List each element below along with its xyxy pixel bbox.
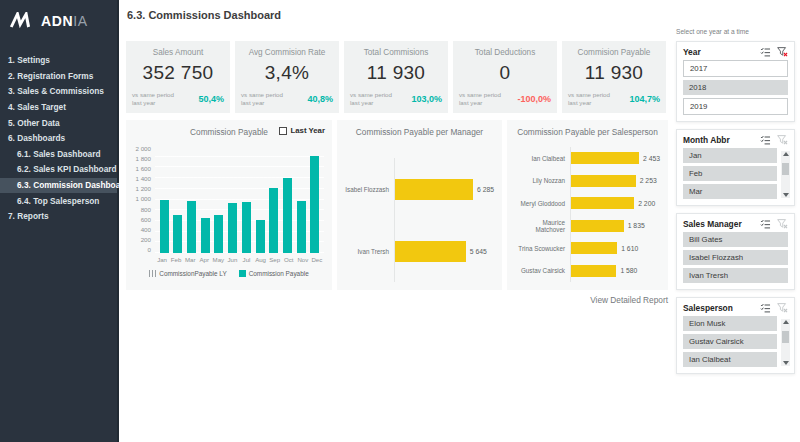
- x-tick-label: Feb: [169, 256, 183, 263]
- y-tick-label: 800: [131, 207, 151, 213]
- bar-lily-nozzan[interactable]: [571, 175, 636, 187]
- slicer-item-ian-clalbeat[interactable]: Ian Clalbeat: [683, 352, 777, 367]
- bar-area: 2 453: [570, 147, 660, 170]
- slicer-item-elon-musk[interactable]: Elon Musk: [683, 316, 777, 331]
- last-year-checkbox[interactable]: Last Year: [279, 126, 325, 135]
- legend-item-commissionpayable-ly[interactable]: CommissionPayable LY: [149, 270, 226, 277]
- kpi-delta-label-line2: last year: [132, 99, 174, 107]
- slicer-item-2017[interactable]: 2017: [683, 60, 788, 77]
- bar-ian-clalbeat[interactable]: [571, 152, 639, 164]
- bar-oct[interactable]: [283, 178, 292, 253]
- y-tick-label: 1 600: [131, 166, 151, 172]
- bar-jun[interactable]: [228, 203, 237, 253]
- multi-select-icon[interactable]: [760, 303, 771, 313]
- kpi-delta-value: -100,0%: [517, 94, 551, 104]
- slicer-item-2019[interactable]: 2019: [683, 98, 788, 115]
- chart-panel-per-manager: Commission Payable per Manager Isabel Fl…: [337, 120, 502, 290]
- slicer-title: Salesperson: [683, 303, 760, 313]
- bar-isabel-flozzash[interactable]: [395, 179, 473, 200]
- kpi-delta-value: 103,0%: [411, 94, 442, 104]
- bar-aug[interactable]: [256, 220, 265, 253]
- multi-select-icon[interactable]: [760, 219, 771, 229]
- bar-category-label: Lily Nozzan: [512, 177, 570, 184]
- bar-meryl-gloddood[interactable]: [571, 197, 634, 209]
- sidebar-item-5-other-data[interactable]: 5. Other Data: [0, 115, 117, 131]
- bar-category-label: Ivan Trersh: [342, 248, 394, 255]
- multi-select-icon[interactable]: [760, 135, 771, 145]
- bar-maurice-matchover[interactable]: [571, 220, 624, 232]
- legend-item-commission-payable[interactable]: Commission Payable: [239, 270, 309, 277]
- sidebar-item-3-sales-commissions[interactable]: 3. Sales & Commissions: [0, 84, 117, 100]
- kpi-delta-label: vs same periodlast year: [241, 91, 283, 106]
- slicer-item-jan[interactable]: Jan: [683, 148, 777, 163]
- bar-category-label: Ian Clalbeat: [512, 155, 570, 162]
- legend-swatch-solid: [239, 270, 246, 277]
- bar-row-ian-clalbeat: Ian Clalbeat2 453: [512, 147, 660, 170]
- sidebar-item-7-reports[interactable]: 7. Reports: [0, 209, 117, 225]
- slicer-items: 201720182019: [683, 60, 788, 115]
- x-tick-label: Jul: [239, 256, 253, 263]
- legend-swatch-hatched: [149, 270, 156, 277]
- slicer-item-2018[interactable]: 2018: [683, 80, 788, 95]
- kpi-title: Avg Commision Rate: [235, 41, 339, 57]
- sidebar-item-1-settings[interactable]: 1. Settings: [0, 53, 117, 69]
- sidebar-item-6-4-top-salesperson[interactable]: 6.4. Top Salesperson: [0, 193, 117, 209]
- bar-trina-scowucker[interactable]: [571, 242, 617, 254]
- bar-mar[interactable]: [187, 201, 196, 253]
- bar-row-ivan-trersh: Ivan Trersh5 645: [342, 220, 494, 282]
- kpi-delta-label-line1: vs same period: [350, 91, 392, 99]
- bar-category-label: Trina Scowucker: [512, 245, 570, 252]
- multi-select-icon[interactable]: [760, 47, 771, 57]
- checkbox-icon[interactable]: [279, 127, 287, 135]
- bar-sep[interactable]: [269, 188, 278, 253]
- bar-apr[interactable]: [201, 218, 210, 253]
- bar-dec[interactable]: [310, 156, 319, 253]
- scroll-track[interactable]: [781, 156, 790, 193]
- sidebar-item-6-2-sales-kpi-dashboard[interactable]: 6.2. Sales KPI Dashboard: [0, 162, 117, 178]
- scroll-thumb[interactable]: [782, 331, 789, 343]
- bar-may[interactable]: [214, 215, 223, 253]
- scroll-down-icon[interactable]: [783, 193, 789, 197]
- bar-nov[interactable]: [297, 201, 306, 253]
- bar-row-meryl-gloddood: Meryl Gloddood2 200: [512, 192, 660, 215]
- view-detailed-report-link[interactable]: View Detailed Report: [126, 295, 668, 305]
- bar-gustav-cairsick[interactable]: [571, 265, 616, 277]
- kpi-value: 11 930: [562, 62, 666, 84]
- sidebar-item-6-dashboards[interactable]: 6. Dashboards: [0, 131, 117, 147]
- bar-jul[interactable]: [242, 202, 251, 253]
- clear-filter-icon[interactable]: [777, 135, 788, 145]
- sidebar-item-2-registration-forms[interactable]: 2. Registration Forms: [0, 69, 117, 85]
- scrollbar[interactable]: [781, 319, 790, 366]
- slicer-year: Year201720182019: [676, 41, 795, 122]
- filter-rail: Select one year at a time Year2017201820…: [676, 28, 795, 381]
- bar-feb[interactable]: [173, 215, 182, 253]
- slicer-item-mar[interactable]: Mar: [683, 184, 777, 199]
- sidebar-item-6-1-sales-dashboard[interactable]: 6.1. Sales Dashboard: [0, 147, 117, 163]
- slicer-item-gustav-cairsick[interactable]: Gustav Cairsick: [683, 334, 777, 349]
- slicer-item-bill-gates[interactable]: Bill Gates: [683, 232, 788, 247]
- slicer-item-feb[interactable]: Feb: [683, 166, 777, 181]
- scroll-track[interactable]: [781, 324, 790, 361]
- sidebar: ADNIA 1. Settings2. Registration Forms3.…: [0, 0, 119, 442]
- slicer-item-isabel-flozzash[interactable]: Isabel Flozzash: [683, 250, 788, 265]
- bar-jan[interactable]: [160, 200, 169, 254]
- salesperson-bar-chart: Ian Clalbeat2 453Lily Nozzan2 253Meryl G…: [507, 137, 668, 282]
- slicer-items: Elon MuskGustav CairsickIan Clalbeat: [683, 316, 777, 367]
- slicer-item-ivan-trersh[interactable]: Ivan Trersh: [683, 268, 788, 283]
- sidebar-item-6-3-commission-dashboard[interactable]: 6.3. Commission Dashboard: [0, 178, 117, 194]
- clear-filter-icon[interactable]: [777, 303, 788, 313]
- x-tick-label: Jun: [225, 256, 239, 263]
- slicer-header: Sales Manager: [683, 219, 788, 229]
- kpi-delta-label-line1: vs same period: [132, 91, 174, 99]
- scrollbar[interactable]: [781, 151, 790, 198]
- bar-ivan-trersh[interactable]: [395, 241, 466, 262]
- sidebar-item-4-sales-target[interactable]: 4. Sales Target: [0, 100, 117, 116]
- filter-note: Select one year at a time: [676, 28, 795, 35]
- scroll-down-icon[interactable]: [783, 361, 789, 365]
- scroll-thumb[interactable]: [782, 163, 789, 175]
- kpi-delta-value: 50,4%: [198, 94, 224, 104]
- chart-legend: CommissionPayable LYCommission Payable: [126, 270, 332, 277]
- clear-filter-icon[interactable]: [777, 219, 788, 229]
- clear-filter-icon[interactable]: [777, 47, 788, 57]
- bar-value-label: 1 835: [624, 222, 645, 229]
